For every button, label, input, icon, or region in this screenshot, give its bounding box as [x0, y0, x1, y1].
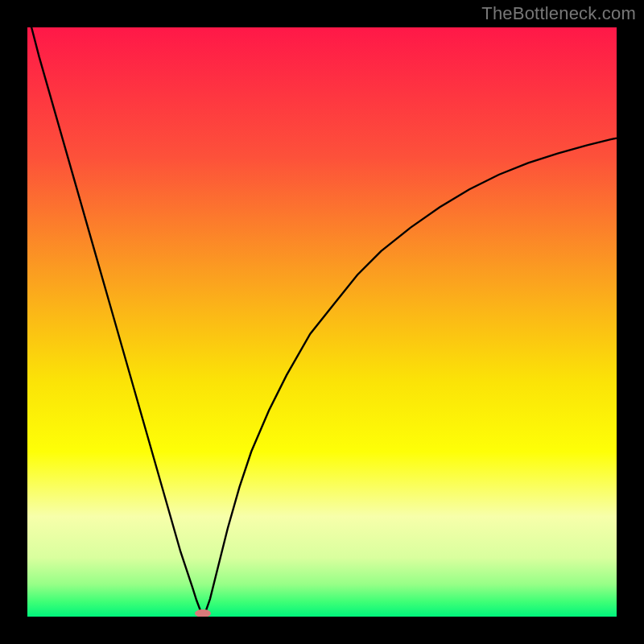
- chart-frame: TheBottleneck.com: [0, 0, 644, 644]
- curve-layer: [27, 27, 617, 617]
- plot-area: [27, 27, 617, 617]
- watermark-text: TheBottleneck.com: [481, 3, 636, 24]
- min-point-marker: [195, 609, 211, 617]
- bottleneck-curve: [27, 27, 617, 614]
